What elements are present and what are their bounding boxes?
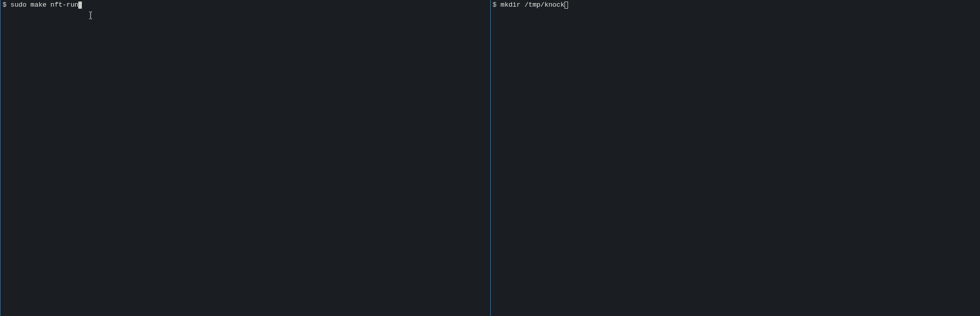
command-text: sudo make nft-run [11, 1, 79, 9]
shell-prompt: $ [3, 1, 11, 9]
command-text: mkdir /tmp/knock [500, 1, 564, 9]
terminal-line[interactable]: $ sudo make nft-run [3, 1, 488, 9]
text-cursor-ibeam-icon [89, 11, 93, 19]
shell-prompt: $ [493, 1, 501, 9]
terminal-pane-right[interactable]: $ mkdir /tmp/knock [490, 0, 981, 316]
terminal-cursor-block [78, 2, 82, 9]
terminal-cursor-outline [564, 2, 568, 9]
terminal-line[interactable]: $ mkdir /tmp/knock [493, 1, 978, 9]
terminal-pane-left[interactable]: $ sudo make nft-run [0, 0, 490, 316]
